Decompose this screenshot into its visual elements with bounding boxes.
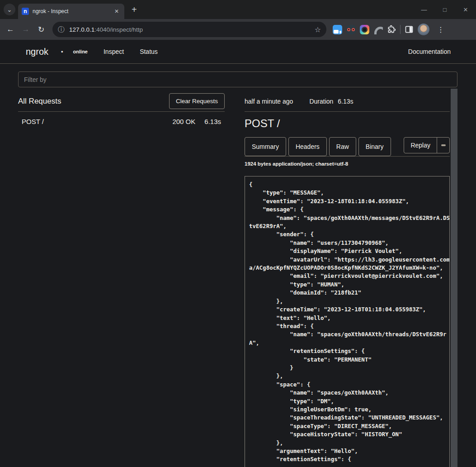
ngrok-navbar: ngrok • online Inspect Status Documentat… xyxy=(0,40,476,64)
minimize-button[interactable]: — xyxy=(414,0,434,19)
duration-value: 6.13s xyxy=(338,98,353,105)
request-row[interactable]: POST / 200 OK 6.13s xyxy=(18,112,225,131)
blue-extension-icon[interactable] xyxy=(333,25,342,34)
request-duration: 6.13s xyxy=(204,118,221,125)
body-meta: 1924 bytes application/json; charset=utf… xyxy=(245,161,450,167)
all-requests-title: All Requests xyxy=(18,97,61,106)
tab-headers[interactable]: Headers xyxy=(288,137,327,156)
tab-title: ngrok - Inspect xyxy=(33,8,109,14)
request-detail-panel: half a minute ago Duration 6.13s POST / … xyxy=(245,91,450,467)
time-ago: half a minute ago xyxy=(245,98,293,105)
extensions-area: ⋮ xyxy=(333,24,448,35)
chevron-down-icon: ⌄ xyxy=(7,6,12,13)
tab-raw[interactable]: Raw xyxy=(329,137,356,156)
detail-tabs: Summary Headers Raw Binary Replay xyxy=(245,137,450,157)
window-controls: — □ ✕ xyxy=(414,0,476,19)
side-panel-icon[interactable] xyxy=(405,25,414,34)
clear-requests-button[interactable]: Clear Requests xyxy=(169,93,225,109)
browser-menu-icon[interactable]: ⋮ xyxy=(434,25,448,34)
replay-dropdown-icon[interactable] xyxy=(437,138,449,153)
profile-avatar[interactable] xyxy=(418,24,429,35)
close-button[interactable]: ✕ xyxy=(455,0,476,19)
browser-toolbar: ← → ↻ ⓘ 127.0.0.1:4040/inspect/http ☆ ⋮ xyxy=(0,19,476,40)
browser-titlebar: ⌄ n ngrok - Inspect ✕ + — □ ✕ xyxy=(0,0,476,19)
url-host: 127.0.0.1 xyxy=(69,26,94,33)
new-tab-button[interactable]: + xyxy=(129,5,140,15)
nav-link-documentation[interactable]: Documentation xyxy=(408,48,451,55)
back-button[interactable]: ← xyxy=(3,22,18,37)
bookmark-star-icon[interactable]: ☆ xyxy=(315,25,321,34)
robot-extension-icon[interactable] xyxy=(346,25,356,34)
url-path: :4040/inspect/http xyxy=(94,26,143,33)
url-text[interactable]: 127.0.0.1:4040/inspect/http xyxy=(69,26,310,33)
tab-search-button[interactable]: ⌄ xyxy=(4,4,15,15)
nav-link-inspect[interactable]: Inspect xyxy=(104,48,124,55)
camera-extension-icon[interactable] xyxy=(360,25,369,34)
request-status: 200 OK xyxy=(172,118,195,125)
tab-close-icon[interactable]: ✕ xyxy=(113,7,121,15)
site-info-icon[interactable]: ⓘ xyxy=(58,25,65,34)
address-bar[interactable]: ⓘ 127.0.0.1:4040/inspect/http ☆ xyxy=(52,22,326,37)
status-dot: • xyxy=(61,48,63,55)
maximize-button[interactable]: □ xyxy=(434,0,455,19)
tab-binary[interactable]: Binary xyxy=(358,137,391,156)
online-status: online xyxy=(73,49,88,54)
content-area: All Requests Clear Requests POST / 200 O… xyxy=(0,64,476,467)
reload-button[interactable]: ↻ xyxy=(33,22,49,37)
panel-scrollbar[interactable] xyxy=(451,89,457,467)
forward-button[interactable]: → xyxy=(18,22,33,37)
browser-tab[interactable]: n ngrok - Inspect ✕ xyxy=(18,4,124,19)
request-method-path: POST / xyxy=(22,118,172,125)
nav-link-status[interactable]: Status xyxy=(140,48,158,55)
detail-title: POST / xyxy=(245,117,450,130)
replay-split-button: Replay xyxy=(404,137,450,153)
detail-divider xyxy=(245,111,450,112)
ngrok-brand[interactable]: ngrok xyxy=(26,47,48,57)
response-body-json: { "type": "MESSAGE", "eventTime": "2023-… xyxy=(249,181,450,464)
extensions-puzzle-icon[interactable] xyxy=(387,25,396,34)
ngrok-favicon: n xyxy=(22,8,29,15)
tab-summary[interactable]: Summary xyxy=(245,137,286,156)
duration-label: Duration xyxy=(309,98,333,105)
toolbar-separator xyxy=(400,25,401,34)
replay-button[interactable]: Replay xyxy=(404,138,437,153)
ngrok-page: ngrok • online Inspect Status Documentat… xyxy=(0,40,476,467)
filter-input[interactable] xyxy=(18,71,457,87)
request-list-panel: All Requests Clear Requests POST / 200 O… xyxy=(18,91,225,467)
response-body-box: { "type": "MESSAGE", "eventTime": "2023-… xyxy=(245,176,450,467)
arc-extension-icon[interactable] xyxy=(373,25,383,34)
